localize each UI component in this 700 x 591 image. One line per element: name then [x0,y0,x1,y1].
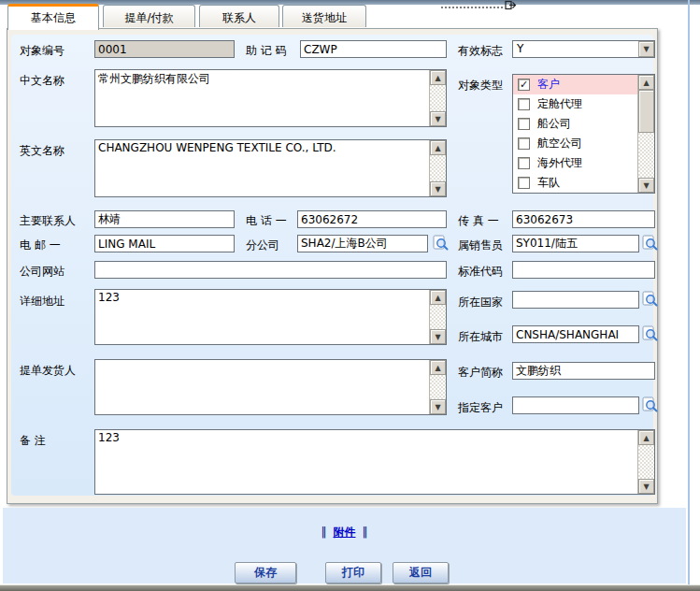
checkbox[interactable] [518,98,530,110]
fax1-label: 传 真 一 [458,213,499,229]
checkbox[interactable] [518,177,530,189]
list-item-truck-fleet[interactable]: 车队 [513,173,638,193]
tab-basic-info[interactable]: 基本信息 [7,4,99,30]
tab-bl-payment[interactable]: 提单/付款 [103,5,195,27]
city-input[interactable] [512,325,639,343]
phone1-input[interactable] [297,210,447,228]
save-button[interactable]: 保存 [235,562,296,584]
country-input[interactable] [512,291,639,309]
scroll-down-icon[interactable]: ▼ [638,479,654,494]
list-item-customer[interactable]: ✓ 客户 [513,75,638,94]
branch-input[interactable] [297,235,428,252]
std-code-label: 标准代码 [458,264,503,280]
lookup-icon[interactable] [642,396,658,413]
list-item-label: 定舱代理 [537,96,582,112]
scroll-up-icon[interactable]: ▲ [430,140,446,155]
en-name-textarea[interactable]: CHANGZHOU WENPENG TEXTILE CO., LTD. ▲ ▼ [94,139,447,197]
main-contact-input[interactable] [94,210,235,228]
email1-label: 电 邮 一 [20,238,61,253]
address-label: 详细地址 [20,294,64,310]
country-label: 所在国家 [458,295,503,310]
object-type-listbox: ✓ 客户 定舱代理 船公司 航空公司 海外代理 车队 [512,74,655,194]
scrollbar[interactable]: ▲ ▼ [429,70,446,126]
scroll-track[interactable] [430,155,446,181]
scroll-track[interactable] [430,305,446,329]
scroll-track[interactable] [430,375,446,399]
object-no-input[interactable] [94,40,235,58]
checkbox[interactable] [518,137,530,150]
footer: ‖附件‖ 保存 打印 返回 [3,508,686,584]
std-code-input[interactable] [512,261,655,279]
list-item-shipping-company[interactable]: 船公司 [513,114,638,134]
cn-name-label: 中文名称 [20,73,64,89]
cn-name-text: 常州文鹏纺织有限公司 [98,71,427,87]
attachment-link[interactable]: 附件 [334,526,356,539]
mnemonic-input[interactable] [300,40,447,58]
city-label: 所在城市 [458,329,503,345]
scroll-down-icon[interactable]: ▼ [430,181,446,196]
lookup-icon[interactable] [642,325,658,342]
scroll-track[interactable] [638,445,654,479]
lookup-icon[interactable] [433,235,449,252]
phone1-label: 电 话 一 [246,213,287,229]
lookup-icon[interactable] [642,235,658,252]
scrollbar[interactable]: ▲ ▼ [429,290,446,344]
scroll-up-icon[interactable]: ▲ [430,290,446,305]
lookup-icon[interactable] [642,291,658,308]
cust-short-label: 客户简称 [458,365,503,381]
scroll-up-icon[interactable]: ▲ [638,430,654,445]
bl-shipper-textarea[interactable]: ▲ ▼ [94,359,447,415]
address-textarea[interactable]: 123 ▲ ▼ [94,289,447,345]
scrollbar[interactable]: ▲ ▼ [429,360,446,414]
scroll-track[interactable] [430,85,446,111]
tab-label: 基本信息 [31,11,76,24]
tab-contacts[interactable]: 联系人 [199,5,279,27]
designated-cust-input[interactable] [512,396,639,414]
checkbox[interactable] [518,157,530,169]
scrollbar[interactable]: ▲ ▼ [637,430,654,494]
list-item-airline[interactable]: 航空公司 [513,134,638,153]
tab-delivery-address[interactable]: 送货地址 [282,5,366,27]
drag-grip[interactable] [441,7,503,8]
scroll-down-icon[interactable]: ▼ [430,111,446,126]
scroll-down-icon[interactable]: ▼ [638,178,654,193]
salesman-input[interactable] [512,235,639,252]
en-name-text: CHANGZHOU WENPENG TEXTILE CO., LTD. [98,141,427,154]
bl-shipper-label: 提单发货人 [20,363,76,379]
website-label: 公司网站 [20,264,64,280]
fax1-input[interactable] [512,210,655,228]
form-panel: 对象编号 助 记 码 有效标志 Y ▼ 中文名称 常州文鹏纺织有限公司 ▲ ▼ … [7,28,658,504]
app-window: 基本信息 提单/付款 联系人 送货地址 对象编号 助 记 码 有效标志 Y ▼ … [0,0,700,591]
list-item-overseas-agent[interactable]: 海外代理 [513,153,638,173]
scroll-thumb[interactable] [638,90,654,133]
chevron-down-icon[interactable]: ▼ [638,41,654,57]
branch-label: 分公司 [246,238,279,253]
scroll-down-icon[interactable]: ▼ [430,329,446,344]
checkbox[interactable] [518,118,530,130]
list-item-booking-agent[interactable]: 定舱代理 [513,94,638,114]
cust-short-input[interactable] [512,362,655,380]
scroll-down-icon[interactable]: ▼ [430,399,446,414]
salesman-label: 属销售员 [458,238,503,253]
window-bottom-edge [0,584,700,591]
remark-label: 备 注 [20,433,46,449]
tab-label: 提单/付款 [124,11,173,24]
scroll-track[interactable] [638,133,654,178]
list-item-label: 车队 [537,175,560,191]
print-button[interactable]: 打印 [325,562,381,584]
scroll-up-icon[interactable]: ▲ [430,360,446,375]
scrollbar[interactable]: ▲ ▼ [429,140,446,196]
scrollbar[interactable]: ▲ ▼ [637,75,654,193]
undock-icon[interactable] [505,0,517,10]
list-item-label: 船公司 [537,116,571,132]
return-button[interactable]: 返回 [393,562,449,584]
website-input[interactable] [94,261,447,279]
scroll-up-icon[interactable]: ▲ [638,75,654,90]
scroll-up-icon[interactable]: ▲ [430,70,446,85]
checkbox[interactable]: ✓ [518,79,530,91]
tab-label: 联系人 [222,11,256,24]
remark-textarea[interactable]: 123 ▲ ▼ [94,429,655,495]
cn-name-textarea[interactable]: 常州文鹏纺织有限公司 ▲ ▼ [94,69,447,127]
email1-input[interactable] [94,235,235,252]
valid-flag-select[interactable]: Y ▼ [512,40,655,58]
